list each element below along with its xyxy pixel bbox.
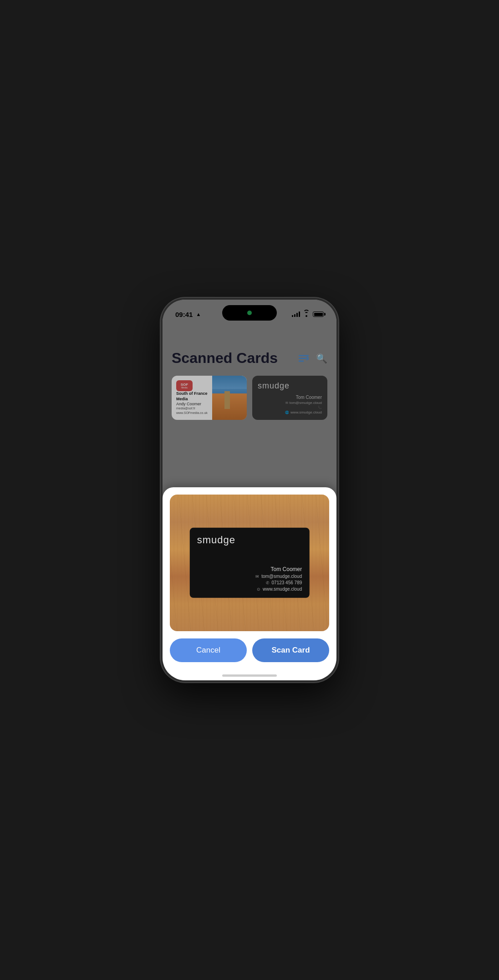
home-indicator: [222, 674, 277, 677]
cards-grid: SOF Media South of France Media Andy Coo…: [163, 372, 336, 424]
wifi-icon: [303, 311, 310, 317]
nav-icons: 🔍: [299, 353, 327, 364]
smudge-person-name: Tom Coomer: [296, 395, 322, 400]
smudge-contact-info: Tom Coomer ✉ tom@smudge.cloud 📞 🌐 www.sm…: [258, 395, 322, 414]
phone-device: 09:41 ▲: [161, 298, 338, 682]
smudge-website-row: 🌐 www.smudge.cloud: [285, 410, 322, 414]
sof-person-name: Andy Coomer: [176, 402, 208, 406]
card-sof-left: SOF Media South of France Media Andy Coo…: [172, 376, 212, 420]
dynamic-island-dot: [247, 311, 252, 315]
status-icons: [292, 311, 324, 317]
smudge-email-row: ✉ tom@smudge.cloud: [285, 401, 322, 405]
smudge-brand: smudge: [258, 381, 322, 391]
app-content: 09:41 ▲: [163, 300, 336, 680]
photo-tower: [224, 391, 230, 409]
time-display: 09:41: [175, 311, 193, 318]
page-title: Scanned Cards: [172, 350, 278, 367]
camera-preview: smudge Tom Coomer ✉ tom@smudge.cloud ✆ 0…: [170, 495, 329, 631]
preview-email-line: ✉ tom@smudge.cloud: [255, 574, 302, 579]
scan-card-button[interactable]: Scan Card: [252, 638, 329, 662]
preview-web-icon: ⊙: [257, 587, 260, 592]
sort-button[interactable]: [299, 354, 309, 362]
card-smudge[interactable]: smudge Tom Coomer ✉ tom@smudge.cloud 📞 🌐: [252, 376, 327, 420]
preview-website-line: ⊙ www.smudge.cloud: [257, 587, 302, 592]
buttons-row: Cancel Scan Card: [170, 638, 329, 662]
smudge-website: www.smudge.cloud: [290, 410, 322, 414]
phone-icon: 📞: [318, 406, 322, 409]
location-arrow-icon: ▲: [196, 311, 201, 317]
sof-website: www.SOFmedia.co.uk: [176, 411, 208, 415]
card-sof-photo: [212, 376, 247, 420]
preview-contact-block: Tom Coomer ✉ tom@smudge.cloud ✆ 07123 45…: [197, 566, 302, 592]
cancel-button[interactable]: Cancel: [170, 638, 247, 662]
smudge-email: tom@smudge.cloud: [290, 401, 322, 405]
sof-email: media@sof.fr: [176, 406, 208, 411]
sof-company-name: South of France Media: [176, 391, 208, 402]
card-sof-media[interactable]: SOF Media South of France Media Andy Coo…: [172, 376, 247, 420]
signal-icon: [292, 311, 300, 317]
preview-phone: 07123 456 789: [272, 580, 302, 585]
preview-phone-line: ✆ 07123 456 789: [266, 580, 302, 585]
dynamic-island: [222, 305, 277, 321]
preview-website: www.smudge.cloud: [263, 587, 302, 592]
preview-phone-icon: ✆: [266, 581, 270, 585]
harbor-photo: [212, 376, 247, 420]
bottom-sheet: smudge Tom Coomer ✉ tom@smudge.cloud ✆ 0…: [163, 487, 336, 680]
smudge-phone-row: 📞: [318, 406, 322, 409]
nav-bar: Scanned Cards 🔍: [163, 322, 336, 372]
email-icon: ✉: [285, 401, 288, 405]
preview-person-name: Tom Coomer: [271, 566, 302, 572]
sof-contact-info: media@sof.fr www.SOFmedia.co.uk: [176, 406, 208, 415]
preview-brand: smudge: [197, 534, 302, 546]
preview-email: tom@smudge.cloud: [261, 574, 302, 579]
status-time: 09:41 ▲: [175, 311, 201, 318]
preview-business-card: smudge Tom Coomer ✉ tom@smudge.cloud ✆ 0…: [190, 528, 310, 598]
preview-email-icon: ✉: [255, 574, 259, 579]
web-icon: 🌐: [285, 411, 289, 414]
phone-screen: 09:41 ▲: [163, 300, 336, 680]
battery-icon: [313, 311, 324, 317]
search-button[interactable]: 🔍: [316, 353, 327, 364]
sof-logo: SOF Media: [176, 380, 193, 391]
sof-logo-sub: Media: [181, 387, 188, 389]
sort-icon: [299, 354, 309, 362]
search-icon: 🔍: [316, 353, 327, 364]
